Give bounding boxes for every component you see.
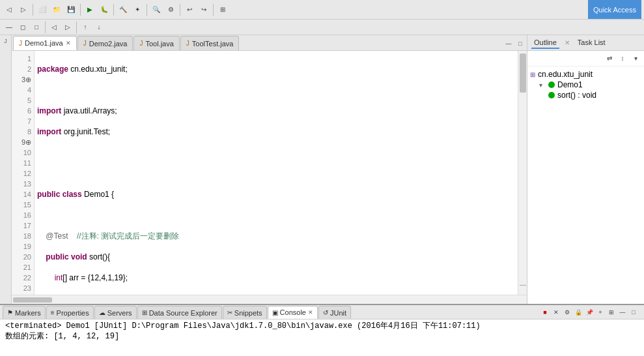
sep4: [147, 4, 147, 16]
outline-sep: ✕: [565, 39, 570, 46]
tab-tool[interactable]: J Tool.java: [133, 36, 179, 50]
minimize-console-btn[interactable]: —: [617, 307, 628, 318]
open-btn[interactable]: 📁: [50, 3, 63, 16]
code-line-7: public class Demo1 {: [37, 189, 515, 200]
search-btn[interactable]: 🔍: [150, 3, 163, 16]
ln-3: 3⊕: [12, 74, 34, 85]
prev-edit-btn[interactable]: ↩: [183, 3, 196, 16]
window-btn[interactable]: ⊞: [216, 3, 229, 16]
tab-console[interactable]: ▣ Console ✕: [268, 306, 318, 319]
next-edit-btn[interactable]: ↪: [197, 3, 210, 16]
servers-icon: ☁: [99, 309, 105, 316]
outline-tree: ⊞ cn.edu.xtu_junit ▾ Demo1 sort() : void: [527, 67, 644, 304]
restore-btn[interactable]: ◻: [16, 21, 29, 34]
save-btn[interactable]: 💾: [64, 3, 77, 16]
debug-btn[interactable]: 🐛: [98, 3, 111, 16]
tab-label-demo1: Demo1.java: [25, 39, 63, 47]
tab-demo1[interactable]: J Demo1.java ✕: [13, 36, 77, 50]
sep6: [213, 4, 214, 16]
forward-btn[interactable]: ▷: [17, 3, 30, 16]
tab-label-tool: Tool.java: [145, 40, 173, 48]
outline-collapse-btn[interactable]: ↕: [617, 53, 628, 65]
tree-method[interactable]: sort() : void: [530, 90, 641, 100]
console-close[interactable]: ✕: [308, 309, 313, 316]
editor-scrollbar[interactable]: [518, 51, 527, 295]
clear-btn[interactable]: ✕: [551, 307, 561, 318]
sep2: [80, 4, 81, 16]
tab-controls: — □: [503, 38, 525, 50]
prev-btn[interactable]: ◁: [48, 21, 61, 34]
tab-properties[interactable]: ≡ Properties: [46, 306, 94, 319]
console-cmd-btn[interactable]: ⚙: [562, 307, 572, 318]
console-view-btn[interactable]: ⊞: [606, 307, 617, 318]
center-content: J Demo1.java ✕ J Demo2.java J Tool.java …: [12, 35, 527, 304]
tab-close-demo1[interactable]: ✕: [66, 40, 71, 46]
nav1-btn[interactable]: ↑: [79, 21, 92, 34]
stop-btn[interactable]: ■: [540, 307, 550, 318]
back-btn[interactable]: ◁: [3, 3, 16, 16]
ln-20: 20: [12, 252, 34, 262]
scrollbar-thumb[interactable]: [520, 53, 526, 93]
code-line-5: [37, 147, 515, 158]
left-strip-icon: J: [4, 38, 7, 44]
scroll-lock-btn[interactable]: 🔒: [573, 307, 583, 318]
nav2-btn[interactable]: ↓: [92, 21, 105, 34]
tab-tasklist[interactable]: Task List: [575, 37, 608, 49]
horiz-scrollbar[interactable]: [12, 295, 527, 304]
horiz-thumb[interactable]: [13, 297, 52, 303]
outline-header: Outline ✕ Task List: [527, 35, 644, 51]
tree-expand-class[interactable]: ▾: [539, 82, 546, 89]
pin-btn[interactable]: 📌: [584, 307, 595, 318]
refactor-btn[interactable]: ⚙: [164, 3, 177, 16]
tab-label-tooltest: ToolTest.java: [192, 40, 234, 48]
tree-class-label: Demo1: [557, 80, 583, 89]
ln-12: 12: [12, 168, 34, 179]
ln-15: 15: [12, 200, 34, 210]
code-line-11: int[] arr = {12,4,1,19};: [37, 273, 515, 283]
tab-outline[interactable]: Outline: [531, 37, 559, 49]
ln-23: 23: [12, 283, 34, 293]
markers-icon: ⚑: [7, 309, 13, 316]
minimize-btn[interactable]: —: [3, 21, 16, 34]
run-btn[interactable]: ▶: [83, 3, 96, 16]
tree-package[interactable]: ⊞ cn.edu.xtu_junit: [530, 69, 641, 80]
new-btn[interactable]: ⬜: [36, 3, 49, 16]
sep7: [45, 22, 46, 33]
ln-19: 19: [12, 241, 34, 252]
outline-menu-btn[interactable]: ▾: [630, 53, 641, 65]
tab-markers-label: Markers: [15, 309, 41, 317]
tab-icon-tool: J: [139, 40, 143, 47]
outline-panel: Outline ✕ Task List ⇄ ↕ ▾ ⊞ cn.edu.xtu_j…: [527, 35, 644, 304]
clean-btn[interactable]: ✦: [131, 3, 144, 16]
tab-properties-label: Properties: [57, 309, 89, 317]
package-icon: ⊞: [530, 71, 535, 78]
junit-icon: ↺: [323, 309, 328, 316]
fwd-btn[interactable]: ▷: [61, 21, 74, 34]
new-console-btn[interactable]: +: [595, 307, 606, 318]
tab-icon-demo2: J: [83, 40, 87, 47]
tab-markers[interactable]: ⚑ Markers: [3, 306, 46, 319]
tab-tooltest[interactable]: J ToolTest.java: [180, 36, 240, 50]
main-toolbar: ◁ ▷ ⬜ 📁 💾 ▶ 🐛 🔨 ✦ 🔍 ⚙ ↩ ↪ ⊞ Quick Access: [0, 0, 644, 20]
tree-method-label: sort() : void: [557, 91, 596, 100]
ln-22: 22: [12, 273, 34, 283]
tree-package-label: cn.edu.xtu_junit: [538, 70, 593, 79]
tab-datasource[interactable]: ⊞ Data Source Explorer: [137, 306, 222, 319]
tab-junit[interactable]: ↺ JUnit: [318, 306, 351, 319]
properties-icon: ≡: [51, 309, 55, 316]
tab-max-btn[interactable]: □: [515, 38, 525, 49]
build-btn[interactable]: 🔨: [117, 3, 130, 16]
outline-sync-btn[interactable]: ⇄: [604, 53, 615, 65]
scrollbar-indicator: [520, 285, 526, 286]
tree-class[interactable]: ▾ Demo1: [530, 80, 641, 90]
tab-min-btn[interactable]: —: [503, 38, 514, 49]
quick-access-btn[interactable]: Quick Access: [588, 0, 641, 19]
maximize-btn[interactable]: □: [30, 21, 43, 34]
tab-servers[interactable]: ☁ Servers: [94, 306, 137, 319]
tab-demo2[interactable]: J Demo2.java: [77, 36, 133, 50]
tab-snippets[interactable]: ✂ Snippets: [223, 306, 267, 319]
maximize-console-btn[interactable]: □: [628, 307, 639, 318]
code-editor[interactable]: package cn.edu.xtu_junit; import java.ut…: [35, 51, 518, 295]
ln-7: 7: [12, 116, 34, 126]
code-line-6: [37, 168, 515, 179]
